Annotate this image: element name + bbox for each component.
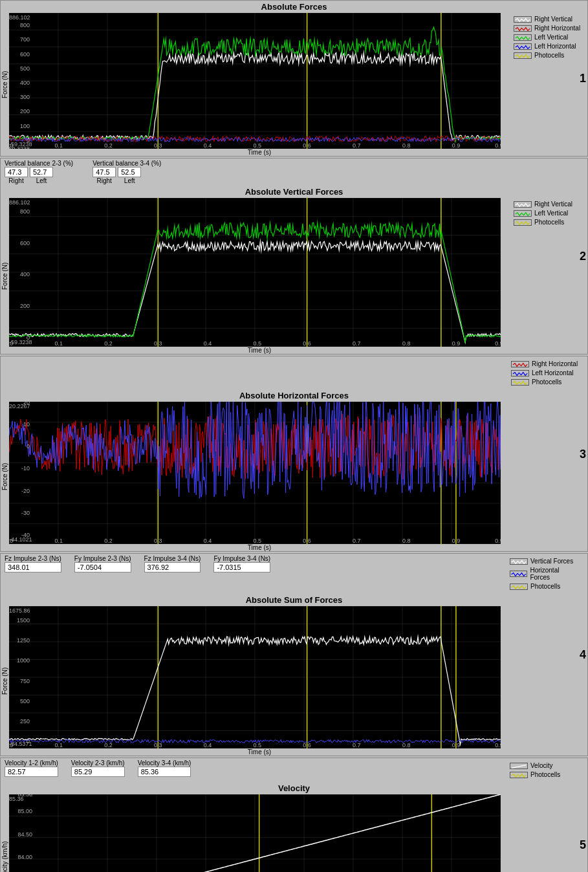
panel-4-xaxis: Time (s) [9,748,510,756]
legend-label-right-horizontal-3: Right Horizontal [532,360,578,367]
legend-line-velocity-5 [510,763,528,769]
fz-impulse-34-value: 376.92 [144,562,201,572]
balance-23-label: Vertical balance 2-3 (%) [5,160,73,167]
fy-impulse-34-value: -7.0315 [213,562,270,572]
velocity-12-label: Velocity 1-2 (km/h) [5,759,58,767]
fz-impulse-23-label: Fz Impulse 2-3 (Ns) [5,555,61,562]
legend-left-horizontal-3: Left Horizontal [511,369,581,376]
panel-number-1: 1 [580,72,586,85]
legend-line-vertical-forces-4 [510,558,528,565]
legend-label-photocells-3: Photocells [532,378,561,386]
velocity-34-group: Velocity 3-4 (km/h) 85.36 [138,759,191,777]
legend-line-left-horizontal-3 [511,370,529,376]
panel-5-canvas-wrap: Time (s) [9,794,510,872]
fz-impulse-34-label: Fz Impulse 3-4 (Ns) [144,555,201,562]
fz-impulse-34-group: Fz Impulse 3-4 (Ns) 376.92 [144,555,201,572]
panel-4-canvas [9,606,501,748]
panel-3-legend-top: Right Horizontal Left Horizontal Photoce… [507,358,585,388]
legend-line-right-horizontal-1 [514,25,532,32]
panel-2-canvas [9,198,501,347]
velocity-12-value: 82.57 [5,767,58,777]
panel-5-legend-spacer [510,794,587,872]
legend-line-photocells-2 [514,219,532,226]
legend-label-velocity-5: Velocity [530,762,552,769]
legend-photocells-1: Photocells [514,52,583,59]
legend-photocells-5: Photocells [510,771,580,778]
fy-impulse-23-value: -7.0504 [74,562,131,572]
fy-impulse-34-label: Fy Impulse 3-4 (Ns) [213,555,270,562]
panel-3-legend-spacer [510,402,587,551]
panel-4-legend-spacer [510,606,587,756]
panel-1: Absolute Forces Force (N) Time (s) Right… [0,0,588,157]
legend-line-left-vertical-2 [514,210,532,217]
legend-photocells-2: Photocells [514,219,583,226]
legend-velocity-5: Velocity [510,762,580,769]
legend-photocells-4: Photocells [510,583,580,590]
balance-34-right-label: Right [93,177,116,184]
legend-left-vertical-1: Left Vertical [514,34,583,41]
panel-2-legend: Right Vertical Left Vertical Photocells [510,198,587,354]
balance-23-right-label: Right [5,177,28,184]
legend-right-vertical-2: Right Vertical [514,201,583,208]
panel-number-2: 2 [580,250,586,263]
panel-1-xaxis: Time (s) [9,149,510,156]
legend-label-photocells-4: Photocells [530,583,560,590]
panel-1-yaxis: Force (N) [1,13,9,156]
legend-line-left-vertical-1 [514,34,532,41]
panel-3-canvas-wrap: Time (s) [9,402,510,551]
legend-vertical-forces-4: Vertical Forces [510,558,580,565]
panel-3-xaxis: Time (s) [9,544,510,551]
legend-label-left-horizontal-1: Left Horizontal [534,43,576,50]
legend-label-photocells-2: Photocells [534,219,564,226]
legend-line-photocells-5 [510,772,528,778]
panel-1-legend: Right Vertical Right Horizontal Left Ver… [510,13,587,156]
velocity-34-label: Velocity 3-4 (km/h) [138,759,191,767]
panel-2-canvas-wrap: Time (s) [9,198,510,354]
balance-34-left-label: Left [118,177,141,184]
panel-number-3: 3 [580,447,586,461]
legend-label-vertical-forces-4: Vertical Forces [530,558,573,565]
legend-right-vertical-1: Right Vertical [514,16,583,23]
panel-5-title: Velocity [1,782,587,794]
legend-line-photocells-4 [510,583,528,590]
legend-label-photocells-5: Photocells [530,771,560,778]
balance-23-right-value: 47.3 [5,167,28,177]
legend-line-right-horizontal-3 [511,361,529,367]
fz-impulse-23-group: Fz Impulse 2-3 (Ns) 348.01 [5,555,61,572]
balance-34-left-value: 52.5 [118,167,141,177]
balance-34-group: Vertical balance 3-4 (%) 47.5 52.5 Right… [93,160,161,184]
panel-3: Right Horizontal Left Horizontal Photoce… [0,356,588,552]
panel-2-title: Absolute Vertical Forces [1,186,587,198]
panel-5-legend: Velocity Photocells [506,759,583,781]
panel-4-title: Absolute Sum of Forces [1,594,587,606]
velocity-23-value: 85.29 [71,767,125,777]
balance-34-right-value: 47.5 [93,167,116,177]
panel-3-yaxis: Force (N) [1,402,9,551]
balance-34-label: Vertical balance 3-4 (%) [93,160,161,167]
legend-left-vertical-2: Left Vertical [514,210,583,217]
panel-3-canvas [9,402,501,544]
fy-impulse-23-label: Fy Impulse 2-3 (Ns) [74,555,131,562]
balance-23-group: Vertical balance 2-3 (%) 47.3 52.7 Right… [5,160,73,184]
panel-5-canvas [9,794,501,872]
panel-4-yaxis: Force (N) [1,606,9,756]
panel-1-canvas [9,13,501,149]
velocity-12-group: Velocity 1-2 (km/h) 82.57 [5,759,58,777]
panel-number-5: 5 [580,838,586,851]
legend-photocells-3: Photocells [511,378,581,386]
panel-4-legend: Vertical Forces Horizontal Forces Photoc… [506,555,583,593]
legend-label-right-vertical-1: Right Vertical [534,16,572,23]
balance-23-left-label: Left [30,177,53,184]
panel-5: Velocity 1-2 (km/h) 82.57 Velocity 2-3 (… [0,758,588,872]
legend-left-horizontal-1: Left Horizontal [514,43,583,50]
legend-label-left-vertical-1: Left Vertical [534,34,568,41]
fy-impulse-23-group: Fy Impulse 2-3 (Ns) -7.0504 [74,555,131,572]
legend-label-left-vertical-2: Left Vertical [534,210,568,217]
panel-3-title: Absolute Horizontal Forces [1,389,587,402]
legend-line-horizontal-forces-4 [510,571,527,577]
legend-label-horizontal-forces-4: Horizontal Forces [530,567,580,581]
panel-4-canvas-wrap: Time (s) [9,606,510,756]
legend-right-horizontal-3: Right Horizontal [511,360,581,367]
legend-line-photocells-1 [514,52,532,59]
legend-label-left-horizontal-3: Left Horizontal [532,369,573,376]
